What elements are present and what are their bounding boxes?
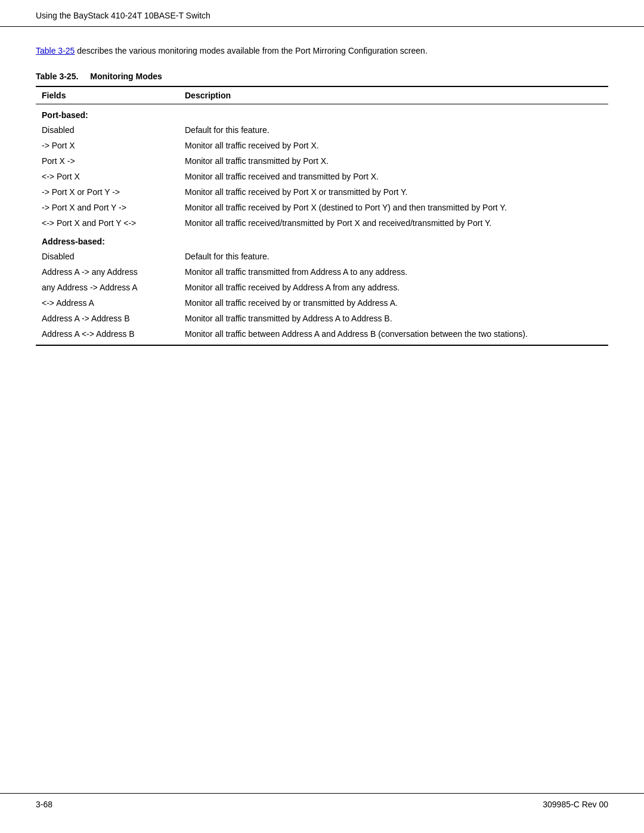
table-row: -> Port XMonitor all traffic received by…	[36, 138, 608, 153]
intro-text: describes the various monitoring modes a…	[75, 46, 427, 55]
table-row: Port X ->Monitor all traffic transmitted…	[36, 153, 608, 169]
table-cell-description: Monitor all traffic between Address A an…	[179, 326, 608, 345]
table-cell-field: -> Port X or Port Y ->	[36, 184, 179, 200]
table-cell-description: Monitor all traffic received by Port X.	[179, 138, 608, 153]
table-name: Monitoring Modes	[90, 72, 162, 81]
table-row: <-> Port XMonitor all traffic received a…	[36, 169, 608, 184]
table-row: -> Port X or Port Y ->Monitor all traffi…	[36, 184, 608, 200]
table-header-row: Fields Description	[36, 86, 608, 104]
table-label: Table 3-25.	[36, 72, 78, 81]
table-cell-description: Monitor all traffic transmitted by Port …	[179, 153, 608, 169]
table-cell-description: Monitor all traffic received by Port X o…	[179, 184, 608, 200]
section-header-1: Address-based:	[36, 231, 608, 249]
table-cell-field: Disabled	[36, 122, 179, 138]
table-cell-description: Default for this feature.	[179, 122, 608, 138]
table-row: any Address -> Address AMonitor all traf…	[36, 280, 608, 295]
table-cell-field: Disabled	[36, 249, 179, 264]
table-row: Address A -> any AddressMonitor all traf…	[36, 264, 608, 280]
table-cell-description: Monitor all traffic received/transmitted…	[179, 215, 608, 231]
page-container: Using the BayStack 410-24T 10BASE-T Swit…	[0, 0, 644, 833]
table-row: <-> Port X and Port Y <->Monitor all tra…	[36, 215, 608, 231]
footer-bar: 3-68 309985-C Rev 00	[0, 793, 644, 815]
monitoring-modes-table: Fields Description Port-based:DisabledDe…	[36, 86, 608, 346]
table-row: <-> Address AMonitor all traffic receive…	[36, 295, 608, 311]
table-cell-field: Address A -> Address B	[36, 311, 179, 326]
table-cell-field: <-> Address A	[36, 295, 179, 311]
table-cell-field: Port X ->	[36, 153, 179, 169]
table-cell-field: -> Port X and Port Y ->	[36, 200, 179, 215]
table-cell-description: Monitor all traffic received and transmi…	[179, 169, 608, 184]
page-number: 3-68	[36, 800, 52, 809]
table-cell-field: Address A <-> Address B	[36, 326, 179, 345]
table-row: Address A -> Address BMonitor all traffi…	[36, 311, 608, 326]
table-cell-description: Monitor all traffic received by or trans…	[179, 295, 608, 311]
table-cell-field: any Address -> Address A	[36, 280, 179, 295]
table-link[interactable]: Table 3-25	[36, 46, 75, 55]
table-row: -> Port X and Port Y ->Monitor all traff…	[36, 200, 608, 215]
table-cell-field: <-> Port X and Port Y <->	[36, 215, 179, 231]
col-header-fields: Fields	[36, 86, 179, 104]
section-header-0: Port-based:	[36, 104, 608, 123]
table-title-row: Table 3-25. Monitoring Modes	[36, 72, 608, 81]
doc-ref: 309985-C Rev 00	[543, 800, 608, 809]
section-name-0: Port-based:	[36, 104, 608, 123]
table-cell-description: Default for this feature.	[179, 249, 608, 264]
table-cell-description: Monitor all traffic transmitted from Add…	[179, 264, 608, 280]
main-content: Table 3-25 describes the various monitor…	[0, 27, 644, 370]
table-cell-field: <-> Port X	[36, 169, 179, 184]
col-header-description: Description	[179, 86, 608, 104]
table-cell-description: Monitor all traffic received by Address …	[179, 280, 608, 295]
table-row: DisabledDefault for this feature.	[36, 249, 608, 264]
intro-paragraph: Table 3-25 describes the various monitor…	[36, 45, 608, 57]
section-name-1: Address-based:	[36, 231, 608, 249]
table-cell-field: -> Port X	[36, 138, 179, 153]
table-cell-description: Monitor all traffic transmitted by Addre…	[179, 311, 608, 326]
table-cell-field: Address A -> any Address	[36, 264, 179, 280]
table-row: DisabledDefault for this feature.	[36, 122, 608, 138]
header-title: Using the BayStack 410-24T 10BASE-T Swit…	[36, 11, 210, 20]
table-row: Address A <-> Address BMonitor all traff…	[36, 326, 608, 345]
table-cell-description: Monitor all traffic received by Port X (…	[179, 200, 608, 215]
header-bar: Using the BayStack 410-24T 10BASE-T Swit…	[0, 0, 644, 27]
